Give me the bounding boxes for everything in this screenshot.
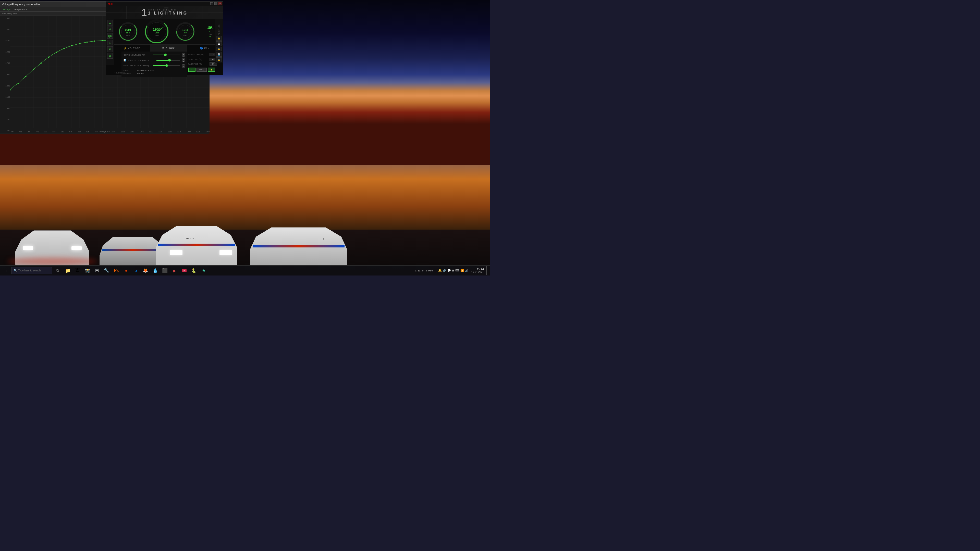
msi-afterburner-window: msi _ □ ✕ 1 YEARS OF INNOVATION 1 LI [106, 1, 223, 75]
x-label-875: 875 [69, 131, 73, 133]
msi-minimize-button[interactable]: _ [210, 2, 213, 5]
start-button[interactable]: ⊞ [0, 265, 10, 276]
driver-info-row: DRIVER: 461.09 [124, 72, 185, 75]
msi-monitor-button[interactable]: 🖥 [107, 53, 113, 59]
profile-lock-2[interactable]: 🔒 [216, 47, 222, 51]
fan-on-button[interactable]: ✓ [188, 68, 196, 72]
msi-version: 4.6.3 Beta 3 [115, 72, 125, 74]
tray-network[interactable]: 📶 [460, 269, 464, 272]
app-4[interactable]: 🎮 [92, 266, 102, 275]
core-clock-down[interactable]: ▼ [182, 60, 185, 62]
file-explorer-app[interactable]: 📁 [63, 266, 73, 275]
driver-value: 461.09 [137, 72, 143, 75]
svg-point-44 [79, 43, 80, 44]
app-4-icon: 🎮 [94, 268, 100, 273]
memory-clock-row: MEMORY CLOCK (MHZ) ▲ ▼ [124, 64, 185, 68]
y-label-1100: 1100 [1, 96, 10, 98]
app-9[interactable]: ⬛ [160, 266, 169, 275]
msi-maximize-button[interactable]: □ [215, 2, 218, 5]
memory-clock-thumb[interactable] [165, 64, 168, 67]
core-voltage-down[interactable]: ▼ [182, 55, 185, 57]
app-3[interactable]: 📸 [83, 266, 92, 275]
core-clock-track[interactable] [156, 60, 180, 61]
msi-side-panel: ☰ ↺ QC ℹ ⚙ 🖥 [106, 19, 114, 65]
x-label-725: 725 [19, 131, 22, 133]
vf-y-axis: 2500 2300 2100 1900 1700 1500 1300 1100 … [0, 16, 11, 133]
x-label-1000: 1000 [111, 131, 116, 133]
vf-x-labels: 700 725 750 775 800 825 850 875 900 925 … [11, 131, 210, 133]
app-counter[interactable]: 75 [180, 266, 189, 275]
msi-info-button[interactable]: ℹ [107, 40, 113, 45]
msi-lightning-number: 1 [142, 7, 147, 17]
core-clock-up[interactable]: ▲ [182, 59, 185, 60]
temp-arrow: ▼ [209, 36, 211, 38]
svg-point-68 [121, 25, 135, 38]
msi-lightning-label: 1 LIGHTNING [148, 11, 188, 16]
core-clock-thumb[interactable] [168, 59, 171, 62]
tray-sound[interactable]: 🔊 [465, 269, 469, 272]
fan-auto-button[interactable]: AUTO [197, 68, 207, 72]
vf-tab-temperature[interactable]: Temperature [13, 8, 29, 11]
msi-tab-clock[interactable]: ⏱ CLOCK [150, 44, 187, 52]
tray-icon-4[interactable]: ⊞ [452, 269, 454, 272]
tray-icon-1[interactable]: 🔔 [438, 269, 442, 272]
msi-reset-button[interactable]: ↺ [107, 27, 113, 32]
memory-clock-up[interactable]: ▲ [182, 64, 185, 65]
svg-text:GPU: GPU [155, 35, 159, 37]
show-desktop-button[interactable] [487, 266, 488, 275]
app-10-icon: ▶ [173, 268, 176, 273]
msi-settings-button[interactable]: ⚙ [107, 46, 113, 52]
core-voltage-up[interactable]: ▲ [182, 53, 185, 55]
svg-point-40 [48, 57, 49, 58]
msi-tab-voltage[interactable]: ⚡ VOLTAGE [114, 44, 150, 52]
vf-tab-voltage[interactable]: Voltage [1, 7, 12, 11]
app-10[interactable]: ▶ [170, 266, 179, 275]
core-clock-chart-icon: 📊 [124, 59, 126, 62]
tray-icon-3[interactable]: 💬 [447, 269, 451, 272]
app-firefox[interactable]: 🦊 [141, 266, 150, 275]
x-label-850: 850 [61, 131, 64, 133]
msi-close-button[interactable]: ✕ [218, 2, 221, 5]
app-6[interactable]: Ps [112, 266, 121, 275]
app-11[interactable]: 🐍 [189, 266, 199, 275]
x-label-1250: 1250 [205, 131, 210, 133]
search-placeholder: Type here to search [18, 269, 41, 272]
msi-qc-button[interactable]: QC [107, 33, 113, 39]
app-12[interactable]: ★ [199, 266, 208, 275]
app-8[interactable]: 💧 [151, 266, 160, 275]
core-voltage-arrows: ▲ ▼ [182, 53, 185, 57]
profile-save-2[interactable]: 💾 [216, 52, 222, 57]
tray-clock[interactable]: 15:44 16.01.2021 [470, 268, 485, 273]
profile-lock-3[interactable]: 🔒 [216, 57, 222, 62]
power-limit-label: POWER LIMIT (%) [188, 54, 209, 56]
car-3-headlights-r [220, 250, 232, 255]
app-7[interactable]: ● [121, 266, 130, 275]
tray-perf-row1: ▲ 117.0 ▲ 96.0 [415, 269, 433, 272]
msi-brand-logo: msi [108, 3, 114, 5]
msi-logo-area: 1 YEARS OF INNOVATION 1 LIGHTNING [106, 6, 223, 19]
gpu-label: GPU: [124, 69, 136, 71]
memory-clock-track[interactable] [153, 65, 180, 66]
task-view-button[interactable]: ⧉ [53, 266, 62, 275]
profile-save-1[interactable]: 💾 [216, 41, 222, 46]
fan-lock-button[interactable]: 🔒 [208, 68, 215, 72]
msi-tab-fan-label: FAN [204, 47, 210, 49]
search-box[interactable]: 🔍 Type here to search [11, 267, 52, 274]
svg-point-45 [86, 41, 88, 43]
core-voltage-thumb[interactable] [164, 54, 167, 56]
app-edge[interactable]: e [131, 266, 140, 275]
tray-icon-2[interactable]: 🔗 [443, 269, 446, 272]
app-12-icon: ★ [202, 268, 205, 273]
voltage-icon: ⚡ [124, 47, 127, 49]
profile-lock-1[interactable]: 🔒 [216, 36, 222, 41]
msi-options-button[interactable]: ☰ [107, 20, 113, 25]
x-label-1025: 1025 [121, 131, 125, 133]
app-2[interactable]: 🖼 [73, 266, 82, 275]
app-counter-badge: 75 [182, 269, 186, 272]
app-5[interactable]: 🔧 [102, 266, 111, 275]
core-voltage-track[interactable] [153, 55, 180, 56]
msi-lightning-text-block: YEARS OF INNOVATION 1 LIGHTNING [148, 10, 188, 16]
tray-chevron[interactable]: ^ [436, 269, 437, 272]
memory-clock-down[interactable]: ▼ [182, 66, 185, 68]
tray-keyboard[interactable]: ⌨ [455, 269, 460, 272]
